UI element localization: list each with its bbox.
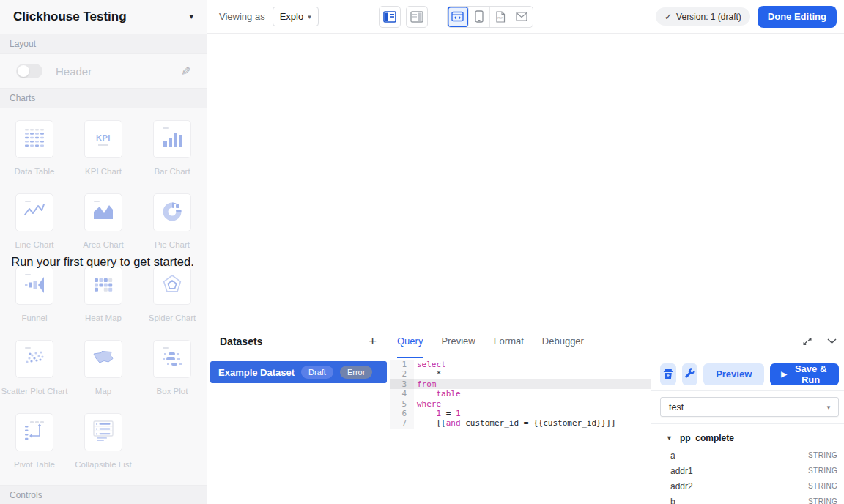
code-text: from (414, 379, 651, 389)
dashboard-title-area[interactable]: Clickhouse Testing ▾ (0, 0, 207, 34)
chart-type-item: Area Chart (69, 193, 138, 249)
line-number: 2 (390, 369, 414, 379)
query-editor-area: QueryPreviewFormatDebugger 1select2 *3fr… (390, 325, 844, 504)
dataset-badges: DraftError (295, 366, 372, 379)
controls-section-header: Controls (0, 485, 207, 504)
add-dataset-button[interactable]: + (369, 334, 377, 348)
chart-card-label: Map (95, 387, 111, 396)
table-select-dropdown[interactable]: test ▾ (660, 397, 839, 417)
delete-query-button[interactable] (660, 363, 676, 385)
chart-type-item: Collapsible List (69, 413, 138, 469)
email-view-button[interactable] (511, 7, 533, 27)
code-line-1[interactable]: 1select (390, 360, 651, 369)
edit-pencil-icon[interactable]: ✎ (181, 64, 190, 78)
chart-card-pivot-table[interactable] (15, 413, 53, 451)
layout-section-header: Layout (0, 34, 207, 54)
spider-chart-icon (159, 271, 185, 300)
tab-preview[interactable]: Preview (441, 325, 475, 357)
chevron-down-icon (826, 338, 837, 345)
chart-card-funnel[interactable] (15, 267, 53, 305)
code-text: [[and customer_id = {{customer_id}}]] (414, 418, 651, 428)
editor-tabs: QueryPreviewFormatDebugger (397, 325, 602, 357)
chart-card-line-chart[interactable] (15, 193, 53, 231)
tab-debugger[interactable]: Debugger (542, 325, 584, 357)
chevron-down-icon: ▾ (308, 13, 311, 21)
schema-field-row[interactable]: addr1STRING (651, 463, 844, 478)
chart-card-bar-chart[interactable] (153, 120, 191, 158)
preview-query-button[interactable]: Preview (703, 363, 764, 385)
right-panel-toggle-button[interactable] (406, 6, 428, 28)
chart-card-kpi-chart[interactable]: KPI (84, 120, 122, 158)
text-cursor (437, 380, 437, 388)
left-panel-toggle-button[interactable] (379, 6, 401, 28)
expand-panel-button[interactable] (802, 336, 813, 347)
chart-card-spider-chart[interactable] (153, 267, 191, 305)
code-line-4[interactable]: 4 table (390, 389, 651, 399)
header-toggle[interactable] (16, 64, 42, 78)
title-dropdown-caret-icon[interactable]: ▾ (189, 12, 193, 21)
data-table-icon (21, 125, 48, 154)
chart-type-item: Map (69, 340, 138, 396)
chart-card-heat-map[interactable] (84, 267, 122, 305)
version-text: Version: 1 (draft) (676, 12, 741, 22)
save-and-run-button[interactable]: ▶ Save & Run (770, 363, 839, 385)
collapse-panel-button[interactable] (826, 338, 837, 345)
code-line-5[interactable]: 5where (390, 399, 651, 409)
pdf-view-button[interactable]: PDF (490, 7, 511, 27)
right-panel-icon (410, 11, 423, 23)
chart-card-pie-chart[interactable] (153, 193, 191, 231)
chart-type-item: Box Plot (138, 340, 207, 396)
chevron-down-icon: ▼ (666, 434, 673, 442)
chart-card-label: Area Chart (83, 240, 124, 249)
chart-card-label: Bar Chart (154, 167, 190, 176)
code-line-3[interactable]: 3from (390, 379, 651, 389)
schema-field-row[interactable]: addr2STRING (651, 478, 844, 494)
mobile-view-button[interactable] (469, 7, 490, 27)
chart-card-label: Collapsible List (75, 460, 131, 469)
embed-view-button[interactable] (448, 7, 469, 27)
code-line-6[interactable]: 6 1 = 1 (390, 409, 651, 418)
chart-card-label: Line Chart (15, 240, 53, 249)
chart-type-item: Funnel (0, 267, 69, 322)
chart-card-collapsible-list[interactable] (84, 413, 122, 451)
schema-field-row[interactable]: bSTRING (651, 494, 844, 504)
chart-card-map[interactable] (84, 340, 122, 378)
bar-chart-icon (159, 125, 185, 154)
tab-query[interactable]: Query (397, 325, 423, 357)
chart-type-item: Pie Chart (138, 193, 207, 249)
table-select-value: test (669, 402, 684, 412)
field-type: STRING (808, 451, 837, 459)
chart-card-label: Scatter Plot Chart (1, 387, 68, 396)
viewing-as-dropdown[interactable]: Explo ▾ (273, 7, 319, 26)
chart-card-data-table[interactable] (15, 120, 53, 158)
panel-toggle-group (379, 6, 428, 28)
sql-code-editor[interactable]: 1select2 *3from4 table5where6 1 = 17 [[a… (390, 357, 651, 504)
format-settings-button[interactable] (682, 363, 698, 385)
datasets-header: Datasets + (207, 325, 390, 357)
code-line-7[interactable]: 7 [[and customer_id = {{customer_id}}]] (390, 418, 651, 428)
code-text: select (414, 360, 651, 369)
done-editing-button[interactable]: Done Editing (758, 6, 837, 28)
check-icon: ✓ (665, 12, 672, 22)
svg-text:PDF: PDF (497, 17, 503, 20)
schema-list: ▼ pp_complete aSTRINGaddr1STRINGaddr2STR… (651, 424, 844, 504)
scatter-plot-icon (21, 344, 48, 374)
chart-card-scatter-plot[interactable] (15, 340, 53, 378)
editor-body: 1select2 *3from4 table5where6 1 = 17 [[a… (390, 357, 844, 504)
dataset-row-example-dataset[interactable]: Example Dataset DraftError (210, 361, 387, 383)
tab-format[interactable]: Format (494, 325, 524, 357)
dataset-badge-draft: Draft (301, 366, 333, 379)
code-line-2[interactable]: 2 * (390, 369, 651, 379)
play-icon: ▶ (781, 370, 787, 378)
line-number: 7 (390, 418, 414, 428)
save-run-label: Save & Run (793, 363, 828, 385)
top-bar: Clickhouse Testing ▾ Viewing as Explo ▾ (0, 0, 844, 34)
schema-field-row[interactable]: aSTRING (651, 448, 844, 463)
schema-table-row[interactable]: ▼ pp_complete (651, 424, 844, 448)
chart-card-box-plot[interactable] (153, 340, 191, 378)
field-name: b (670, 497, 675, 504)
field-name: a (670, 451, 675, 461)
area-chart-icon (90, 198, 116, 227)
chart-card-area-chart[interactable] (84, 193, 122, 231)
line-number: 4 (390, 389, 414, 399)
